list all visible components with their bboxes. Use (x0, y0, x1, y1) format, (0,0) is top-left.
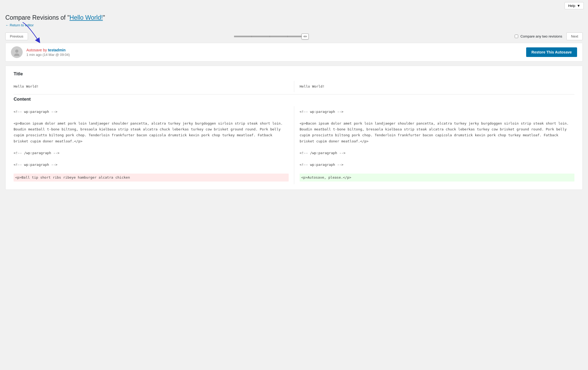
revision-slider[interactable]: ⇔ (218, 36, 325, 37)
revision-meta: Autosave by testadmin 1 min ago (14 Mar … (26, 48, 70, 57)
compare-revisions-checkbox[interactable] (515, 35, 518, 38)
diff-container: Title Hello World! Hello World! Content … (5, 66, 583, 190)
diff-left-title: Hello World! (14, 81, 294, 92)
svg-point-0 (15, 50, 18, 53)
post-title-link[interactable]: Hello World! (70, 14, 103, 21)
help-button[interactable]: Help ▼ (565, 2, 584, 9)
page-title: Compare Revisions of "Hello World!" (5, 14, 583, 21)
time-info: 1 min ago (14 Mar @ 09:04) (26, 53, 70, 57)
diff-right-changed: <p>Autosave, please.</p> (300, 174, 574, 182)
next-button[interactable]: Next (566, 32, 583, 40)
diff-right-title: Hello World! (294, 81, 574, 92)
previous-button[interactable]: Previous (5, 32, 28, 40)
help-label: Help (568, 4, 575, 8)
return-to-editor-link[interactable]: ← Return to editor (5, 23, 34, 27)
autosave-label: Autosave by (26, 48, 48, 52)
diff-left-changed: <p>Ball tip short ribs ribeye hamburger … (14, 174, 289, 182)
svg-point-1 (14, 54, 19, 56)
diff-right-content-1: <!-- wp:paragraph --> <p>Bacon ipsum dol… (294, 106, 574, 184)
revision-info-bar: Autosave by testadmin 1 min ago (14 Mar … (5, 43, 583, 61)
restore-autosave-button[interactable]: Restore This Autosave (526, 47, 577, 57)
avatar (11, 46, 23, 58)
compare-revisions-label[interactable]: Compare any two revisions (520, 34, 562, 38)
content-section-heading: Content (14, 97, 574, 102)
title-section-heading: Title (14, 71, 574, 77)
compare-revisions-checkbox-area: Compare any two revisions (515, 34, 562, 38)
diff-left-content-1: <!-- wp:paragraph --> <p>Bacon ipsum dol… (14, 106, 294, 184)
author-name: testadmin (48, 48, 66, 52)
chevron-down-icon: ▼ (577, 4, 580, 8)
slider-handle[interactable]: ⇔ (301, 34, 309, 39)
